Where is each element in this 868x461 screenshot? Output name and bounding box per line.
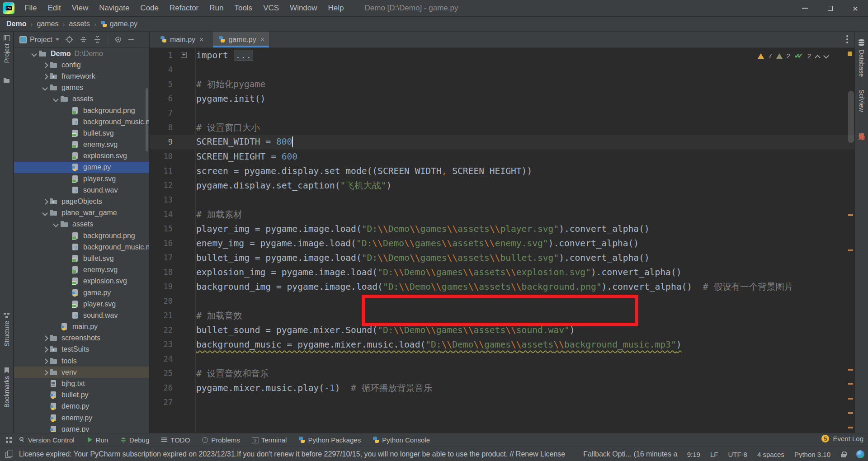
- expand-all-button[interactable]: [80, 36, 87, 43]
- line-number[interactable]: 8: [150, 123, 195, 132]
- tab-main-py[interactable]: main.py ×: [155, 32, 208, 47]
- tree-item-demo[interactable]: DemoD:\Demo: [14, 48, 149, 59]
- breadcrumb-file[interactable]: game.py: [100, 20, 137, 28]
- tool-stripe-sciview[interactable]: SciView: [855, 89, 868, 119]
- tree-item-bjhg-txt[interactable]: bjhg.txt: [14, 378, 149, 389]
- status-item-python-console[interactable]: Python Console: [373, 436, 430, 444]
- code-line[interactable]: 17bullet_img = pygame.image.load("D:\\De…: [150, 250, 854, 265]
- line-number[interactable]: 1: [150, 51, 195, 60]
- code-line[interactable]: 15player_img = pygame.image.load("D:\\De…: [150, 221, 854, 236]
- code-line[interactable]: 4: [150, 62, 854, 77]
- fold-expand-icon[interactable]: +: [181, 52, 187, 58]
- tree-item-background-png[interactable]: background.png: [14, 230, 149, 241]
- warning-tick[interactable]: [848, 383, 853, 385]
- menu-item-help[interactable]: Help: [323, 0, 349, 16]
- tool-stripe-bookmarks[interactable]: Bookmarks: [0, 376, 14, 417]
- code-line[interactable]: 10SCREEN_HEIGHT = 600: [150, 149, 854, 164]
- error-stripe[interactable]: [846, 48, 854, 433]
- caret-position-widget[interactable]: 9:19: [687, 451, 700, 458]
- menu-item-edit[interactable]: Edit: [42, 0, 66, 16]
- tree-item-player-svg[interactable]: player.svg: [14, 173, 149, 184]
- menu-item-code[interactable]: Code: [135, 0, 164, 16]
- tool-stripe-tongyi[interactable]: 通义灵码: [855, 122, 868, 158]
- tree-item-background-png[interactable]: background.png: [14, 105, 149, 116]
- line-number[interactable]: 19: [150, 282, 195, 291]
- breadcrumb-item[interactable]: games: [37, 20, 58, 28]
- menu-item-file[interactable]: File: [19, 0, 42, 16]
- event-log-button[interactable]: 5 Event Log: [821, 435, 863, 442]
- tree-item-pageobjects[interactable]: pageObjects: [14, 196, 149, 207]
- line-number[interactable]: 25: [150, 369, 195, 378]
- line-number[interactable]: 23: [150, 340, 195, 349]
- code-editor[interactable]: 1+import ...45# 初始化pygame6pygame.init()7…: [150, 48, 854, 433]
- code-line[interactable]: 6pygame.init(): [150, 91, 854, 106]
- indent-widget[interactable]: 4 spaces: [757, 451, 784, 458]
- tree-item-explosion-svg[interactable]: explosion.svg: [14, 276, 149, 287]
- tool-window-icon[interactable]: [3, 34, 10, 42]
- warning-tick[interactable]: [848, 427, 853, 428]
- line-number[interactable]: 21: [150, 311, 195, 320]
- line-number[interactable]: 10: [150, 152, 195, 161]
- line-number[interactable]: 18: [150, 268, 195, 277]
- code-line[interactable]: 14# 加载素材: [150, 207, 854, 221]
- tree-item-games[interactable]: games: [14, 82, 149, 94]
- tab-game-py[interactable]: game.py ×: [213, 32, 269, 47]
- tree-item-explosion-svg[interactable]: explosion.svg: [14, 151, 149, 162]
- editor-scrollbar[interactable]: [848, 91, 854, 143]
- line-number[interactable]: 26: [150, 383, 195, 392]
- warning-tick[interactable]: [848, 214, 853, 216]
- lock-icon[interactable]: [840, 451, 846, 457]
- tree-item-screenshots[interactable]: screenshots: [14, 333, 149, 344]
- tree-item-game-py[interactable]: game.py: [14, 162, 149, 173]
- line-number[interactable]: 24: [150, 354, 195, 363]
- status-item-python-packages[interactable]: Python Packages: [298, 436, 361, 444]
- status-item-debug[interactable]: Debug: [120, 436, 149, 444]
- warning-tick[interactable]: [848, 249, 853, 251]
- line-number[interactable]: 22: [150, 325, 195, 334]
- inspection-status-indicator[interactable]: [848, 52, 852, 56]
- line-number[interactable]: 12: [150, 181, 195, 190]
- tree-item-enemy-py[interactable]: enemy.py: [14, 412, 149, 423]
- line-number[interactable]: 6: [150, 94, 195, 103]
- tree-item-venv[interactable]: venv: [14, 367, 149, 378]
- status-item-terminal[interactable]: Terminal: [252, 436, 287, 444]
- tree-item-plane-war-game[interactable]: plane_war_game: [14, 207, 149, 219]
- tree-item-player-svg[interactable]: player.svg: [14, 298, 149, 310]
- line-number[interactable]: 9: [150, 137, 195, 146]
- code-line[interactable]: 7: [150, 106, 854, 120]
- breadcrumb-item[interactable]: assets: [69, 20, 90, 28]
- line-number[interactable]: 17: [150, 253, 195, 262]
- tree-item-background-music-mp3[interactable]: ?background_music.mp3: [14, 241, 149, 253]
- menu-item-navigate[interactable]: Navigate: [94, 0, 135, 16]
- project-view-selector[interactable]: Project: [19, 36, 59, 44]
- code-line[interactable]: 13: [150, 193, 854, 207]
- line-number[interactable]: 7: [150, 108, 195, 118]
- tree-scrollbar[interactable]: [146, 88, 148, 151]
- menu-item-view[interactable]: View: [66, 0, 94, 16]
- close-tab-icon[interactable]: ×: [199, 36, 203, 44]
- tree-item-tools[interactable]: tools: [14, 355, 149, 367]
- tree-item-sound-wav[interactable]: ?sound.wav: [14, 184, 149, 196]
- tree-item-assets[interactable]: assets: [14, 219, 149, 230]
- tree-item-background-music-mp3[interactable]: ?background_music.mp3: [14, 116, 149, 127]
- tool-stripe-project[interactable]: Project: [0, 43, 14, 75]
- line-ending-widget[interactable]: LF: [710, 451, 718, 458]
- tree-item-game-py[interactable]: game.py: [14, 287, 149, 298]
- bookmark-icon[interactable]: [3, 367, 10, 374]
- code-line[interactable]: 5# 初始化pygame: [150, 77, 854, 91]
- quick-access-grid-icon[interactable]: [5, 437, 12, 443]
- status-item-problems[interactable]: Problems: [202, 436, 240, 444]
- assistant-sphere-icon[interactable]: [856, 450, 864, 458]
- code-line[interactable]: 23background_music = pygame.mixer.music.…: [150, 337, 854, 352]
- tree-item-main-py[interactable]: main.py: [14, 321, 149, 333]
- code-line[interactable]: 11screen = pygame.display.set_mode((SCRE…: [150, 164, 854, 178]
- tool-stripe-structure[interactable]: Structure: [0, 321, 14, 357]
- close-button[interactable]: ×: [843, 0, 868, 16]
- code-line[interactable]: 19background_img = pygame.image.load("D:…: [150, 279, 854, 294]
- tree-item-assets[interactable]: assets: [14, 94, 149, 105]
- tree-item-demo-py[interactable]: demo.py: [14, 401, 149, 412]
- tool-stripe-database[interactable]: Database: [855, 50, 868, 86]
- warning-tick[interactable]: [848, 369, 853, 371]
- tree-item-enemy-svg[interactable]: enemy.svg: [14, 139, 149, 151]
- encoding-widget[interactable]: UTF-8: [728, 451, 747, 458]
